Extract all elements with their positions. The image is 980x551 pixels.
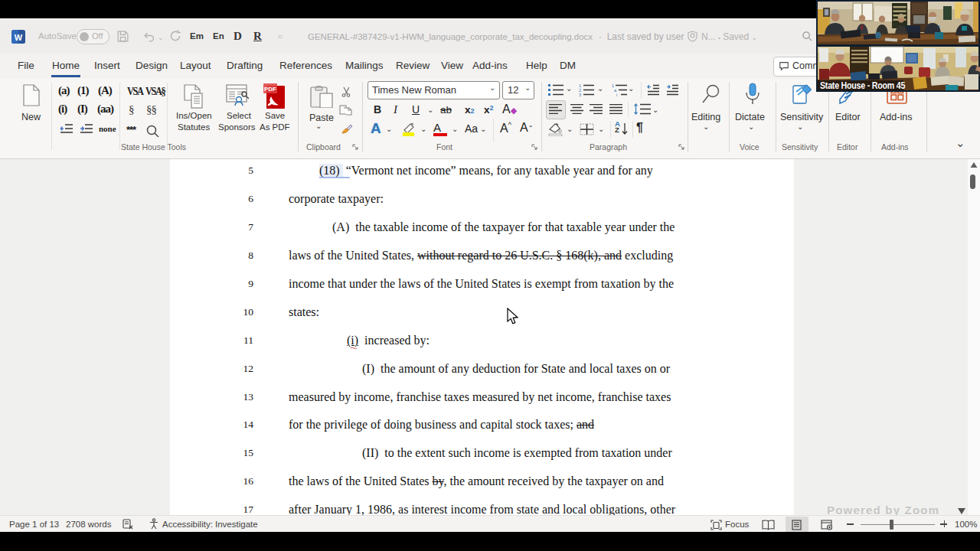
svg-text:W: W: [15, 33, 23, 42]
svg-text:State House - Room 45: State House - Room 45: [820, 80, 906, 92]
svg-text:3: 3: [579, 93, 581, 96]
svg-text:PDF: PDF: [264, 86, 276, 93]
svg-text:i: i: [616, 93, 617, 96]
